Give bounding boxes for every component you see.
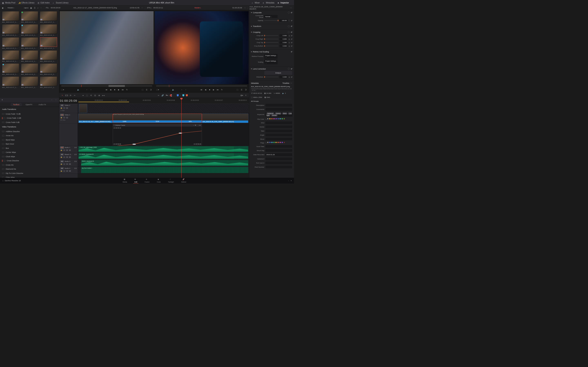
- clip-a2[interactable]: C2 39432_bluebeat-01: [78, 153, 248, 159]
- src-out-icon[interactable]: ⊐: [149, 89, 152, 91]
- meta-input[interactable]: [266, 108, 292, 111]
- rec-match-icon[interactable]: ⬚: [236, 89, 239, 91]
- fx-item[interactable]: Cross Dissolve: [0, 159, 59, 163]
- tool-link-icon[interactable]: 🔗: [162, 94, 164, 96]
- crop-right-slider[interactable]: [264, 39, 278, 39]
- meta-input[interactable]: [266, 125, 292, 128]
- fx-item[interactable]: Barn Door: [0, 142, 59, 146]
- fx-tab-audiofx[interactable]: Audio FX: [35, 102, 49, 107]
- rec-clipname[interactable]: A14_2016-01-28_2240_C0005_[000000-002457…: [250, 6, 288, 10]
- src-clipname[interactable]: A01_2015-12-17_1959_C0009_[000000-003072…: [62, 7, 128, 9]
- composite-mode-select[interactable]: Normal: [264, 15, 278, 18]
- page-deliver[interactable]: 🚀Deliver: [180, 178, 188, 184]
- pool-clip[interactable]: ♪A01_2015-12-12_1...: [40, 50, 57, 62]
- src-loop-icon[interactable]: ↻: [126, 89, 128, 91]
- track-header-v1[interactable]: V1Video 1 🔒⬚◻ 30 Clips: [59, 113, 78, 123]
- media-pool-toggle[interactable]: ▦Media Pool: [2, 2, 15, 4]
- project-settings-icon[interactable]: ⚙: [291, 180, 292, 182]
- rec-bin[interactable]: Master: [165, 7, 231, 9]
- pool-clip[interactable]: ♪A01_2015-12-13_2...: [21, 63, 38, 75]
- pool-clip[interactable]: ♪A01_2015-12-12_1...: [2, 63, 19, 75]
- fx-item[interactable]: Center Wipe: [0, 150, 59, 155]
- fx-item[interactable]: Diamond Iris: [0, 167, 59, 171]
- pool-clip[interactable]: ♪A01_2015-12-11_1...: [2, 24, 19, 36]
- meta-input[interactable]: [266, 130, 292, 132]
- fx-expand-icon[interactable]: ◧: [2, 99, 4, 101]
- distortion-slider[interactable]: [264, 77, 278, 77]
- metadata-toggle[interactable]: ≡Metadata: [263, 2, 274, 4]
- marker-cyan[interactable]: [182, 94, 184, 96]
- pool-clip[interactable]: ♪A01_2015-12-17_1...: [2, 76, 19, 88]
- pool-clip[interactable]: ♪A01_2015-12-12_1...: [21, 37, 38, 49]
- tool-dynamic-icon[interactable]: ⟳: [69, 94, 72, 96]
- auto-select-icon[interactable]: ⬚: [63, 107, 65, 109]
- meta-input[interactable]: [266, 158, 292, 160]
- clip-a3[interactable]: 39432_bluebeat-01: [81, 160, 248, 166]
- meta-input[interactable]: [266, 104, 292, 107]
- src-zoom[interactable]: Fit: [46, 7, 49, 9]
- fx-menu-icon[interactable]: ⋯: [55, 99, 57, 101]
- lock-icon[interactable]: 🔒: [60, 107, 62, 109]
- mixer-toggle[interactable]: ⎍Mixer: [252, 2, 260, 4]
- keyframe-icon[interactable]: [288, 20, 290, 21]
- playhead[interactable]: [181, 98, 182, 178]
- src-mode-icon[interactable]: ⬚▾: [61, 89, 64, 91]
- pool-clip[interactable]: ♪A01_2015-12-12_1...: [40, 24, 57, 36]
- rec-loop-icon[interactable]: ↻: [221, 89, 223, 91]
- sound-library-toggle[interactable]: ♪Sound Library: [53, 2, 68, 4]
- fx-item[interactable]: Additive Dissolve: [0, 129, 59, 134]
- tool-ripple-icon[interactable]: ⟷: [102, 94, 104, 96]
- fx-item[interactable]: Edge Wipe: [0, 175, 59, 178]
- pool-clip[interactable]: ♪A01_2015-12-13_1...: [21, 24, 38, 36]
- fx-item[interactable]: Clock Wipe: [0, 155, 59, 159]
- source-jog[interactable]: [61, 85, 152, 87]
- meta-input[interactable]: [266, 166, 292, 168]
- analyze-button[interactable]: Analyze: [264, 71, 292, 75]
- pool-clip[interactable]: ♪A01_2015-12-12_1...: [40, 37, 57, 49]
- fx-item[interactable]: Arrow Iris: [0, 133, 59, 138]
- opacity-value[interactable]: 100.00: [279, 19, 288, 22]
- crop-top-slider[interactable]: [264, 42, 278, 43]
- crop-bot-slider[interactable]: [264, 46, 278, 46]
- clip-v1-a[interactable]: A14_2016-01-28_2217_C8000_[000000-001983…: [78, 114, 113, 123]
- record-image[interactable]: [155, 11, 249, 84]
- meta-input[interactable]: [266, 138, 292, 141]
- rec-first-icon[interactable]: ⏮: [200, 89, 203, 91]
- src-first-icon[interactable]: ⏮: [105, 89, 108, 91]
- fx-tab-toolbox[interactable]: Toolbox: [11, 103, 22, 106]
- slider-icon[interactable]: ━●━━: [24, 7, 28, 9]
- src-stop-icon[interactable]: ■: [113, 89, 116, 91]
- track-header-v2[interactable]: V2Video 2 🔒⬚◻ 7 Clips: [59, 104, 78, 113]
- clip-a1[interactable]: ♪ 218_full_pilgrimage_0190: [78, 146, 248, 152]
- reset-icon[interactable]: ↺: [291, 11, 292, 14]
- tl-view-opts-icon[interactable]: ⊞▾: [241, 94, 243, 96]
- marker-orange[interactable]: [186, 94, 188, 96]
- pool-clip[interactable]: ♪A01_2015-12-17_1...: [40, 76, 57, 88]
- tool-arrow-icon[interactable]: ↖: [61, 94, 64, 96]
- timeline-tracks[interactable]: 01:00:16:1201:00:19:1801:00:23:0101:00:2…: [78, 98, 249, 178]
- track-header-a4[interactable]: A4Audio 42.0 🔒⌕SM: [59, 167, 78, 174]
- pool-clip[interactable]: ♪A01_2015-12-17_1...: [21, 76, 38, 88]
- fx-item[interactable]: Cross Fade -3 dB: [0, 116, 59, 120]
- rec-play-icon[interactable]: ▶: [212, 89, 215, 91]
- page-media[interactable]: ▦Media: [121, 178, 129, 184]
- tool-insert-icon[interactable]: ⇥: [82, 94, 84, 96]
- rec-prev-icon[interactable]: ◀: [204, 89, 207, 91]
- meta-input[interactable]: [266, 149, 292, 152]
- rec-next-mark-icon[interactable]: ›: [185, 89, 187, 91]
- fx-item[interactable]: Cross Iris: [0, 163, 59, 167]
- page-edit[interactable]: ✂Edit: [133, 178, 138, 184]
- disable-icon[interactable]: ◻: [66, 107, 68, 109]
- tool-replace-icon[interactable]: ⟲: [90, 94, 92, 96]
- timeline-ruler[interactable]: 01:00:16:1201:00:19:1801:00:23:0101:00:2…: [78, 98, 249, 104]
- options-icon[interactable]: ⋯: [40, 7, 42, 9]
- inspector-toggle[interactable]: ✕Inspector: [277, 2, 289, 4]
- page-color[interactable]: ◉Color: [156, 178, 162, 184]
- reset-icon[interactable]: ↺: [291, 20, 292, 22]
- rec-menu-icon[interactable]: ⋯: [244, 7, 246, 9]
- fx-item[interactable]: Cross Fade 0 dB: [0, 120, 59, 125]
- tool-overwrite-icon[interactable]: ⬚: [86, 94, 88, 96]
- fx-item[interactable]: Box: [0, 146, 59, 150]
- fx-search-icon[interactable]: ⌕: [52, 99, 53, 101]
- tool-razor-icon[interactable]: ✂: [157, 94, 160, 96]
